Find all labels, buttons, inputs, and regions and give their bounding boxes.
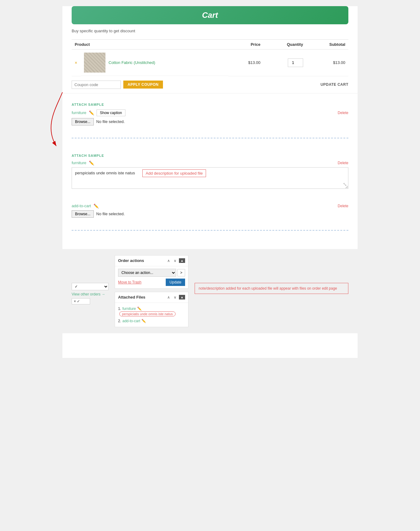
divider-2 [72, 230, 348, 231]
edit-icon-3[interactable]: ✏️ [93, 204, 99, 208]
list-item: 2. add-to-cart ✏️ [118, 318, 185, 324]
divider-1 [72, 138, 348, 138]
col-product: Product [72, 40, 228, 50]
panel-toggle[interactable]: ▲ [179, 258, 185, 263]
order-actions-title: Order actions [118, 258, 144, 263]
remove-product-button[interactable]: × [75, 60, 77, 65]
note-box: note/description added for each uploaded… [195, 283, 348, 294]
product-link[interactable]: Cotton Fabric (Unstitched) [109, 60, 155, 65]
x-badge: × ✓ [72, 298, 90, 304]
action-select-row: Choose an action... > [118, 269, 185, 277]
no-file-text-3: No file selected. [96, 212, 125, 216]
order-actions-header: Order actions ∧ ∨ ▲ [115, 256, 188, 266]
cart-table-wrapper: Product Price Quantity Subtotal × Cotton [62, 39, 358, 76]
cart-title: Cart [72, 10, 348, 20]
file-tag-row-2: furniture ✏️ Delete [72, 160, 348, 165]
bottom-section: ✓ View other orders → × ✓ Order actions … [62, 249, 358, 333]
file-tag-row-1: furniture ✏️ Show caption Delete [72, 109, 348, 116]
col-quantity: Quantity [263, 40, 306, 50]
order-actions-box: Order actions ∧ ∨ ▲ Choose an action... … [115, 255, 188, 289]
panel-header-icons: ∧ ∨ ▲ [166, 258, 185, 264]
col-subtotal: Subtotal [306, 40, 348, 50]
delete-button-1[interactable]: Delete [338, 111, 348, 115]
discount-note: Buy specific quantity to get discount [72, 29, 348, 33]
attached-file-name-1: 1. furniture ✏️ [118, 307, 185, 311]
center-panel: Order actions ∧ ∨ ▲ Choose an action... … [115, 255, 188, 327]
attach-section-2: ATTACH SAMPLE furniture ✏️ Delete perspi… [62, 145, 358, 194]
red-arrow [38, 89, 75, 151]
description-placeholder-box: Add description for uploaded file [142, 169, 206, 177]
coupon-row: APPLY COUPON UPDATE CART [62, 76, 358, 93]
cart-header: Cart [72, 6, 348, 24]
list-item: 1. furniture ✏️ perspiciatis unde omnis … [118, 305, 185, 318]
attached-files-title: Attached Files [118, 295, 145, 299]
panel-collapse-down[interactable]: ∨ [172, 258, 178, 264]
update-button[interactable]: Update [166, 279, 185, 286]
attached-file-name-2: 2. add-to-cart ✏️ [118, 319, 185, 323]
table-row: × Cotton Fabric (Unstitched) $13.00 $13.… [72, 50, 348, 76]
attached-files-content: 1. furniture ✏️ perspiciatis unde omnis … [115, 303, 188, 327]
apply-coupon-button[interactable]: APPLY COUPON [123, 81, 163, 89]
attached-collapse-up[interactable]: ∧ [166, 295, 171, 300]
description-area[interactable]: perspiciatis unde omnis iste natus Add d… [72, 167, 348, 189]
browse-row-1: Browse... No file selected. [72, 118, 348, 125]
edit-icon-2[interactable]: ✏️ [89, 160, 94, 165]
attached-toggle[interactable]: ▲ [179, 295, 185, 299]
product-subtotal: $13.00 [306, 50, 348, 76]
action-select[interactable]: Choose an action... [118, 269, 176, 277]
attached-collapse-down[interactable]: ∨ [172, 295, 178, 300]
edit-icon-1[interactable]: ✏️ [89, 110, 94, 115]
cart-table: Product Price Quantity Subtotal × Cotton [72, 39, 348, 76]
show-caption-button[interactable]: Show caption [97, 109, 125, 116]
order-actions-content: Choose an action... > Move to Trash Upda… [115, 266, 188, 288]
attach-section-3: add-to-cart ✏️ Delete Browse... No file … [62, 194, 358, 224]
delete-button-3[interactable]: Delete [338, 204, 348, 208]
col-price: Price [228, 40, 263, 50]
quantity-input[interactable] [288, 58, 303, 67]
attached-edit-icon-2[interactable]: ✏️ [141, 319, 146, 323]
right-note: note/description added for each uploaded… [188, 255, 348, 294]
description-prefix: perspiciatis unde omnis iste natus [75, 170, 135, 175]
attach-label-1: ATTACH SAMPLE [72, 103, 348, 106]
attach-section-1: ATTACH SAMPLE furniture ✏️ Show caption … [62, 93, 358, 132]
update-cart-button[interactable]: UPDATE CART [320, 82, 348, 87]
left-dropdown[interactable]: ✓ [72, 283, 109, 290]
no-file-text-1: No file selected. [96, 119, 125, 124]
attached-files-icons: ∧ ∨ ▲ [166, 295, 185, 300]
browse-button-1[interactable]: Browse... [72, 118, 94, 125]
file-tag-row-3: add-to-cart ✏️ Delete [72, 204, 348, 208]
tag-name-3: add-to-cart [72, 204, 91, 208]
product-thumbnail [84, 53, 105, 73]
panel-collapse-up[interactable]: ∧ [166, 258, 171, 264]
action-links-row: Move to Trash Update [118, 279, 185, 286]
attach-label-2: ATTACH SAMPLE [72, 154, 348, 157]
attached-files-header: Attached Files ∧ ∨ ▲ [115, 292, 188, 303]
product-price: $13.00 [228, 50, 263, 76]
browse-row-3: Browse... No file selected. [72, 210, 348, 218]
attached-file-desc-1: perspiciatis unde omnis iste natus [119, 311, 176, 316]
go-button[interactable]: > [177, 269, 185, 276]
delete-button-2[interactable]: Delete [338, 161, 348, 165]
browse-button-3[interactable]: Browse... [72, 210, 94, 218]
coupon-input[interactable] [72, 81, 121, 89]
resize-handle: ⤡ [343, 181, 347, 187]
left-panel: ✓ View other orders → × ✓ [72, 255, 115, 304]
attached-files-list: 1. furniture ✏️ perspiciatis unde omnis … [118, 305, 185, 324]
move-to-trash-link[interactable]: Move to Trash [118, 280, 141, 284]
tag-name-2: furniture [72, 160, 86, 165]
view-other-orders-link[interactable]: View other orders → [72, 292, 115, 296]
attached-files-box: Attached Files ∧ ∨ ▲ 1. furniture ✏️ [115, 292, 188, 327]
attached-edit-icon-1[interactable]: ✏️ [137, 307, 142, 311]
